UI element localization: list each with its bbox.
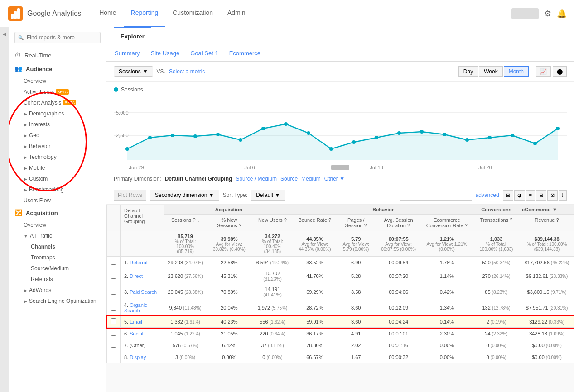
row-sessions: 29,208 (34.07%) (164, 257, 207, 268)
nav-admin[interactable]: Admin (220, 0, 253, 27)
sidebar-item-audience[interactable]: 👥 Audience (9, 62, 106, 76)
arrow-icon-behavior: ▶ (24, 144, 27, 149)
week-button[interactable]: Week (479, 66, 502, 77)
day-button[interactable]: Day (458, 66, 478, 77)
sidebar-item-benchmarking[interactable]: ▶ Benchmarking (20, 184, 106, 195)
row-ecomm: 0.14% (421, 316, 473, 328)
row-duration: 00:12:09 (376, 300, 421, 316)
transactions-header[interactable]: Transactions ? (473, 215, 520, 231)
pie-view-button[interactable]: ◕ (514, 190, 525, 201)
channel-link[interactable]: Organic Search (124, 302, 147, 313)
avg-session-header[interactable]: Avg. Session Duration ? (376, 215, 421, 231)
sidebar-item-users-flow[interactable]: Users Flow (20, 195, 106, 206)
arrow-icon-all-traffic: ▼ (24, 234, 28, 239)
row-checkbox[interactable] (107, 328, 121, 339)
vs-text: VS. (157, 68, 165, 75)
sidebar-item-custom[interactable]: ▶ Custom (20, 173, 106, 184)
sidebar-item-interests[interactable]: ▶ Interests (20, 119, 106, 130)
subtab-site-usage[interactable]: Site Usage (150, 50, 181, 57)
dim-default-channel[interactable]: Default Channel Grouping (165, 176, 232, 182)
sidebar-item-acq-overview[interactable]: Overview (20, 220, 106, 230)
row-checkbox[interactable] (107, 268, 121, 284)
sidebar-item-acquisition[interactable]: 🔀 Acquisition (9, 206, 106, 220)
sidebar-label-treemaps: Treemaps (31, 254, 55, 261)
sidebar-label-all-traffic: All Traffic (30, 233, 52, 239)
row-checkbox[interactable] (107, 257, 121, 268)
svg-point-18 (307, 131, 310, 135)
sidebar-item-behavior[interactable]: ▶ Behavior (20, 141, 106, 152)
sidebar-item-active-users[interactable]: Active Users BETA (20, 86, 106, 97)
plot-rows-button[interactable]: Plot Rows (114, 190, 146, 201)
subtab-goal-set[interactable]: Goal Set 1 (189, 50, 219, 57)
dim-source[interactable]: Source (280, 176, 298, 182)
explorer-tab[interactable]: Explorer (114, 27, 151, 45)
row-sessions: 23,620 (27.56%) (164, 268, 207, 284)
row-checkbox[interactable] (107, 339, 121, 351)
revenue-header[interactable]: Revenue ? (520, 215, 574, 231)
row-checkbox[interactable] (107, 300, 121, 316)
subtab-ecommerce[interactable]: Ecommerce (228, 50, 261, 57)
sidebar-item-referrals[interactable]: Referrals (27, 274, 106, 285)
row-duration: 00:04:06 (376, 284, 421, 300)
line-chart-button[interactable]: 📈 (536, 66, 551, 77)
grid-view-button[interactable]: ⊞ (503, 190, 513, 201)
channel-link[interactable]: Direct (130, 273, 143, 279)
search-input[interactable] (14, 32, 101, 43)
row-checkbox[interactable] (107, 316, 121, 328)
nav-home[interactable]: Home (92, 0, 123, 27)
row-revenue: $3,800.16 (9.71%) (520, 284, 574, 300)
bounce-rate-header[interactable]: Bounce Rate ? (294, 215, 336, 231)
channel-link[interactable]: Paid Search (130, 289, 157, 295)
sidebar-collapse-button[interactable]: ◀ (0, 27, 9, 392)
sidebar-item-mobile[interactable]: ▶ Mobile (20, 163, 106, 173)
advanced-link[interactable]: advanced (476, 192, 499, 198)
sidebar-item-technology[interactable]: ▶ Technology (20, 152, 106, 163)
channel-link[interactable]: Social (130, 331, 143, 336)
pages-session-header[interactable]: Pages / Session ? (336, 215, 376, 231)
sidebar-item-geo[interactable]: ▶ Geo (20, 130, 106, 141)
sidebar-item-seo[interactable]: ▶ Search Engine Optimization (20, 296, 106, 306)
sidebar-item-all-traffic[interactable]: ▼ All Traffic (20, 230, 106, 241)
sidebar-item-cohort[interactable]: Cohort Analysis BETA (20, 97, 106, 108)
sidebar-item-treemaps[interactable]: Treemaps (27, 252, 106, 263)
scatter-view-button[interactable]: ⁞ (559, 190, 567, 201)
nav-customization[interactable]: Customization (165, 0, 220, 27)
table-search-input[interactable] (400, 190, 472, 201)
sessions-header[interactable]: Sessions ? ↓ (164, 215, 207, 231)
gear-icon[interactable]: ⚙ (544, 9, 551, 19)
bar-view-button[interactable]: ≡ (526, 190, 535, 201)
sort-default-button[interactable]: Default ▼ (251, 190, 285, 201)
ecomm-rate-header[interactable]: Ecommerce Conversion Rate ? (421, 215, 473, 231)
sidebar-item-realtime[interactable]: ⏱ Real-Time (9, 48, 106, 62)
pie-chart-button[interactable]: ⬤ (553, 66, 567, 77)
sidebar-item-adwords[interactable]: ▶ AdWords (20, 285, 106, 296)
dim-medium[interactable]: Medium (301, 176, 321, 182)
month-button[interactable]: Month (504, 66, 529, 77)
compare-view-button[interactable]: ⊟ (536, 190, 546, 201)
sidebar-item-source-medium[interactable]: Source/Medium (27, 263, 106, 274)
row-checkbox[interactable] (107, 284, 121, 300)
sidebar-item-overview[interactable]: Overview (20, 76, 106, 86)
sidebar-item-channels[interactable]: Channels (27, 241, 106, 252)
select-metric-link[interactable]: Select a metric (169, 68, 205, 75)
metric-sessions-button[interactable]: Sessions ▼ (114, 66, 153, 77)
dimension-bar: Primary Dimension: Default Channel Group… (106, 172, 574, 186)
bell-icon[interactable]: 🔔 (557, 9, 567, 19)
dim-source-medium[interactable]: Source / Medium (236, 176, 277, 182)
row-revenue: $129.22 (0.33%) (520, 316, 574, 328)
ecommerce-header[interactable]: eCommerce ▼ (520, 205, 574, 215)
row-checkbox[interactable] (107, 351, 121, 363)
channel-link[interactable]: Email (130, 319, 142, 325)
pivot-view-button[interactable]: ⊠ (547, 190, 558, 201)
new-users-header[interactable]: New Users ? (251, 215, 294, 231)
table-row: 6. Social 1,045 (1.22%) 21.05% 220 (0.64… (107, 328, 574, 339)
secondary-dimension-button[interactable]: Secondary dimension ▼ (150, 190, 219, 201)
dim-other[interactable]: Other ▼ (324, 176, 345, 182)
channel-link[interactable]: Referral (130, 260, 147, 265)
nav-reporting[interactable]: Reporting (124, 0, 166, 27)
pct-new-sessions-header[interactable]: % New Sessions ? (207, 215, 251, 231)
sidebar-item-demographics[interactable]: ▶ Demographics (20, 108, 106, 119)
subtab-summary[interactable]: Summary (114, 50, 141, 57)
channel-link[interactable]: Display (130, 354, 146, 360)
row-duration: 00:01:16 (376, 339, 421, 351)
